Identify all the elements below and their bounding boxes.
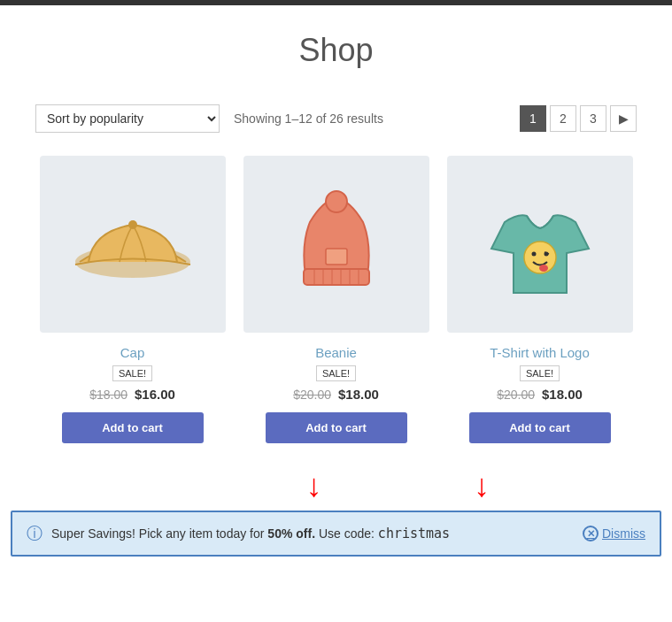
- product-card-beanie: Beanie SALE! $20.00 $18.00 Add to cart: [243, 156, 429, 443]
- page-btn-3[interactable]: 3: [580, 105, 606, 132]
- pagination: 1 2 3 ▶: [520, 105, 637, 132]
- svg-rect-2: [304, 269, 369, 285]
- arrow-down-1: ↓: [306, 470, 322, 502]
- arrow-down-2: ↓: [474, 470, 490, 502]
- controls-left: Sort by popularitySort by latestSort by …: [35, 104, 383, 133]
- page-btn-2[interactable]: 2: [550, 105, 576, 132]
- product-name-tshirt: T-Shirt with Logo: [490, 345, 590, 360]
- product-name-beanie: Beanie: [315, 345, 357, 360]
- sale-badge-beanie: SALE!: [316, 365, 356, 381]
- notification-text: Super Savings! Pick any item today for 5…: [51, 526, 583, 541]
- price-row-tshirt: $20.00 $18.00: [497, 387, 583, 402]
- page-btn-1[interactable]: 1: [520, 105, 546, 132]
- old-price-beanie: $20.00: [293, 388, 331, 402]
- arrow-row: ↓ ↓: [0, 461, 672, 505]
- new-price-cap: $16.00: [135, 387, 175, 402]
- notification-bar: ⓘ Super Savings! Pick any item today for…: [11, 511, 661, 557]
- new-price-tshirt: $18.00: [542, 387, 583, 402]
- svg-point-12: [531, 252, 536, 257]
- add-to-cart-cap[interactable]: Add to cart: [62, 412, 204, 443]
- sort-select[interactable]: Sort by popularitySort by latestSort by …: [35, 104, 220, 133]
- product-card-cap: Cap SALE! $18.00 $16.00 Add to cart: [40, 156, 226, 443]
- add-to-cart-tshirt[interactable]: Add to cart: [469, 412, 611, 443]
- svg-point-9: [326, 191, 347, 212]
- shop-controls: Sort by popularitySort by latestSort by …: [0, 87, 672, 147]
- product-image-tshirt: [447, 156, 633, 333]
- page-title: Shop: [0, 5, 672, 87]
- info-icon: ⓘ: [27, 523, 42, 544]
- notif-bold: 50% off.: [267, 526, 315, 541]
- add-to-cart-beanie[interactable]: Add to cart: [266, 412, 407, 443]
- product-image-beanie: [243, 156, 429, 333]
- sale-badge-tshirt: SALE!: [520, 365, 560, 381]
- old-price-tshirt: $20.00: [497, 388, 535, 402]
- dismiss-label: Dismiss: [602, 526, 645, 541]
- new-price-beanie: $18.00: [338, 387, 379, 402]
- results-count: Showing 1–12 of 26 results: [234, 111, 383, 126]
- notif-prefix: Super Savings! Pick any item today for: [51, 526, 267, 541]
- price-row-beanie: $20.00 $18.00: [293, 387, 379, 402]
- dismiss-icon: ✕: [583, 526, 599, 541]
- price-row-cap: $18.00 $16.00: [89, 387, 175, 402]
- products-grid: Cap SALE! $18.00 $16.00 Add to cart: [0, 147, 672, 461]
- product-card-tshirt: T-Shirt with Logo SALE! $20.00 $18.00 Ad…: [447, 156, 633, 443]
- sale-badge-cap: SALE!: [112, 365, 152, 381]
- old-price-cap: $18.00: [89, 388, 127, 402]
- dismiss-button[interactable]: ✕ Dismiss: [583, 526, 645, 541]
- svg-rect-10: [326, 249, 347, 265]
- notif-middle: Use code:: [315, 526, 378, 541]
- svg-point-14: [539, 265, 548, 272]
- page-btn-next[interactable]: ▶: [610, 105, 637, 132]
- product-name-cap: Cap: [120, 345, 145, 360]
- notif-code: christmas: [378, 526, 450, 541]
- product-image-cap: [40, 156, 226, 333]
